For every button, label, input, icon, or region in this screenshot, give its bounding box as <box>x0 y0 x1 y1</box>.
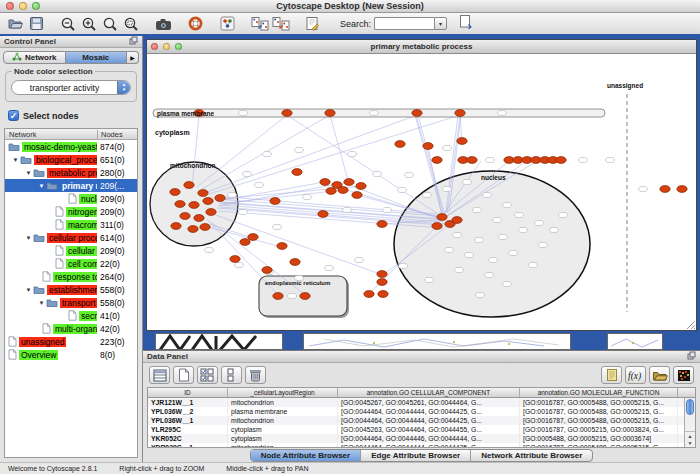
network-node[interactable] <box>432 157 442 164</box>
table-cell[interactable]: [GO:0045263, GO:0044464, GO:0044455, G..… <box>338 425 520 434</box>
select-nodes-checkbox[interactable]: ✓ <box>8 110 19 121</box>
table-row[interactable]: YLR295Ccytoplasm[GO:0045263, GO:0044464,… <box>148 425 695 434</box>
network-node[interactable] <box>239 209 248 214</box>
table-cell[interactable]: YLR295C <box>148 425 228 434</box>
network-node[interactable] <box>344 179 354 186</box>
table-cell[interactable]: [GO:0016787, GO:0005488, GO:0005215, G..… <box>520 407 678 416</box>
column-header[interactable]: annotation.GO CELLULAR_COMPONENT <box>338 388 520 397</box>
network-node[interactable] <box>437 214 447 221</box>
attribute-matrix-icon[interactable] <box>673 366 694 384</box>
network-node[interactable] <box>486 157 495 162</box>
float-panel-icon[interactable] <box>129 36 138 47</box>
table-cell[interactable]: cytoplasm <box>228 425 338 434</box>
network-node[interactable] <box>425 277 434 282</box>
network-node[interactable] <box>203 198 213 205</box>
network-node[interactable] <box>467 157 477 164</box>
network-node[interactable] <box>639 186 648 191</box>
vizmapper-icon[interactable] <box>217 14 238 33</box>
network-node[interactable] <box>320 179 330 186</box>
network-node[interactable] <box>489 257 498 262</box>
tree-expand-arrow[interactable]: ▼ <box>37 300 46 306</box>
tree-row-response-to-stimulu[interactable]: response to stimulu264(0) <box>5 270 137 283</box>
network-node[interactable] <box>483 192 492 197</box>
network-node[interactable] <box>463 179 472 184</box>
network-node[interactable] <box>235 262 244 267</box>
export-network-icon[interactable] <box>270 14 291 33</box>
network-node[interactable] <box>395 141 405 148</box>
tab-network[interactable]: Network <box>3 51 66 64</box>
network-node[interactable] <box>432 223 442 230</box>
network-node[interactable] <box>423 192 432 197</box>
network-node[interactable] <box>288 293 297 298</box>
table-row[interactable]: YPL036W__1mitochondrion[GO:0044464, GO:0… <box>148 416 695 425</box>
network-node[interactable] <box>465 252 474 257</box>
delete-attribute-icon[interactable] <box>245 366 266 384</box>
network-node[interactable] <box>355 257 364 262</box>
network-node[interactable] <box>200 224 210 231</box>
network-node[interactable] <box>503 202 512 207</box>
network-node[interactable] <box>535 220 544 225</box>
network-node[interactable] <box>255 182 264 187</box>
zoom-view-button[interactable] <box>175 43 182 50</box>
network-node[interactable] <box>198 190 208 197</box>
tree-expand-arrow[interactable]: ▼ <box>11 157 20 163</box>
tree-row-transport[interactable]: ▼transport558(0) <box>5 296 137 309</box>
zoom-window-button[interactable] <box>32 2 40 10</box>
tree-row-cellular-process[interactable]: ▼cellular process614(0) <box>5 231 137 244</box>
unselect-attributes-icon[interactable] <box>221 366 242 384</box>
table-cell[interactable]: YPL036W__2 <box>148 407 228 416</box>
network-node[interactable] <box>277 243 287 250</box>
scrollbar-thumb[interactable] <box>686 399 694 415</box>
tree-row-primary-metabo[interactable]: ▼primary metabo209(... <box>5 179 137 192</box>
attribute-notes-icon[interactable] <box>601 366 622 384</box>
network-node[interactable] <box>377 271 387 278</box>
network-node[interactable] <box>378 291 388 298</box>
tree-expand-arrow[interactable]: ▼ <box>24 170 33 176</box>
network-node[interactable] <box>194 215 204 222</box>
network-node[interactable] <box>180 213 190 220</box>
tree-expand-arrow[interactable]: ▼ <box>24 235 33 241</box>
table-cell[interactable]: [GO:0005488, GO:0005215, GO:0003674] <box>520 434 678 443</box>
network-node[interactable] <box>292 169 302 176</box>
import-table-icon[interactable] <box>458 14 473 33</box>
table-cell[interactable]: [GO:0045267, GO:0045261, GO:0044464, G..… <box>338 398 520 407</box>
table-cell[interactable]: YDR039C__1 <box>148 443 228 448</box>
window-titlebar[interactable]: Cytoscape Desktop (New Session) <box>0 0 700 13</box>
network-node[interactable] <box>455 267 464 272</box>
tab-network-attribute-browser[interactable]: Network Attribute Browser <box>471 450 592 461</box>
table-mode-icon[interactable] <box>149 366 170 384</box>
tree-row-cellular-metabo[interactable]: cellular metabo209(0) <box>5 244 137 257</box>
network-node[interactable] <box>239 110 248 115</box>
table-cell[interactable]: mitochondrion <box>228 398 338 407</box>
table-row[interactable]: YKR052Ccytoplasm[GO:0044464, GO:0044446,… <box>148 434 695 443</box>
network-node[interactable] <box>325 265 334 270</box>
network-node[interactable] <box>509 250 518 255</box>
network-node[interactable] <box>243 171 252 176</box>
table-cell[interactable]: [GO:0016787, GO:0005488, GO:0005215, G..… <box>520 443 678 448</box>
network-node[interactable] <box>550 227 559 232</box>
tree-row-unassigned[interactable]: unassigned223(0) <box>5 335 137 348</box>
tree-row-secretion[interactable]: secretion41(0) <box>5 309 137 322</box>
network-node[interactable] <box>445 247 454 252</box>
zoom-in-icon[interactable] <box>79 14 100 33</box>
float-panel-icon[interactable] <box>687 351 696 362</box>
network-node[interactable] <box>423 143 433 150</box>
network-node[interactable] <box>377 221 387 228</box>
close-view-button[interactable] <box>151 43 158 50</box>
table-row[interactable]: YJR121W__1mitochondrion[GO:0045267, GO:0… <box>148 398 695 407</box>
table-cell[interactable]: cytoplasm <box>228 434 338 443</box>
region-plasma-membrane[interactable] <box>153 109 605 117</box>
select-attributes-icon[interactable] <box>197 366 218 384</box>
search-input[interactable] <box>374 17 434 30</box>
tree-row-macromolecule[interactable]: macromolecule311(0) <box>5 218 137 231</box>
network-node[interactable] <box>215 195 225 202</box>
import-attributes-icon[interactable] <box>649 366 670 384</box>
network-canvas[interactable]: plasma membranecytoplasmmitochondrionnuc… <box>147 54 696 330</box>
snapshot-icon[interactable] <box>153 14 174 33</box>
tab-mosaic[interactable]: Mosaic <box>66 51 128 64</box>
table-cell[interactable]: YKR052C <box>148 434 228 443</box>
network-node[interactable] <box>273 224 282 229</box>
network-node[interactable] <box>377 279 387 286</box>
resize-grip-icon[interactable] <box>686 320 696 330</box>
tree-expand-arrow[interactable]: ▼ <box>24 287 33 293</box>
